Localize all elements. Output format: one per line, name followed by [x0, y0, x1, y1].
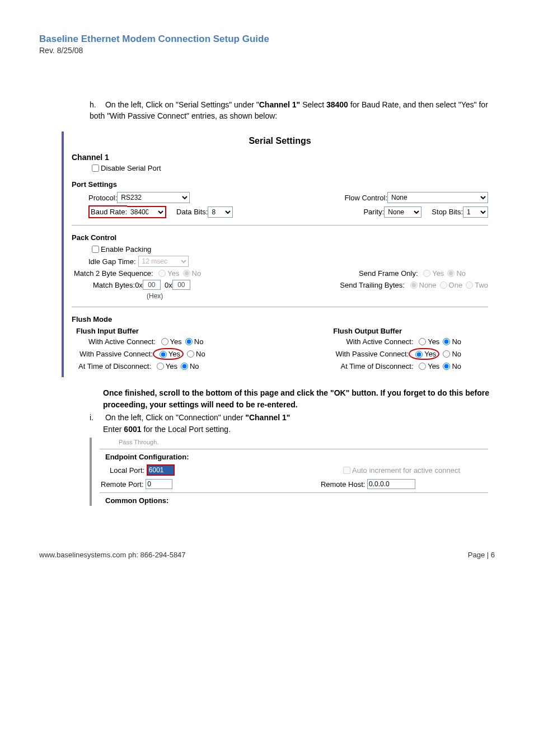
- instr-text2: Select: [300, 100, 326, 109]
- protocol-label: Protocol:: [88, 194, 117, 202]
- fob-disc-label: At Time of Disconnect:: [340, 362, 413, 370]
- fib-active-label: With Active Connect:: [88, 337, 156, 346]
- fob-disc-yes-radio[interactable]: [419, 363, 426, 370]
- match2byte-label: Match 2 Byte Sequence:: [74, 269, 153, 278]
- instr-bold2: 38400: [326, 100, 348, 109]
- finish-note: Once finished, scroll to the bottom of t…: [103, 388, 489, 409]
- stop-bits-select[interactable]: 1: [463, 206, 488, 218]
- match2byte-no-radio: [183, 270, 190, 277]
- flush-input-title: Flush Input Buffer: [76, 327, 139, 335]
- instr-i-letter: i.: [90, 412, 103, 424]
- fib-active-yes-label: Yes: [170, 337, 182, 346]
- fib-active-yes-radio[interactable]: [161, 338, 168, 345]
- fob-passive-no-label: No: [452, 350, 461, 358]
- flow-label: Flow Control:: [344, 194, 387, 202]
- channel-title: Channel 1: [72, 153, 488, 162]
- fob-active-no-label: No: [452, 337, 461, 346]
- footer-left: www.baselinesystems.com ph: 866-294-5847: [39, 551, 186, 559]
- instr-bold1: Channel 1": [259, 100, 301, 109]
- data-bits-label: Data Bits:: [176, 208, 208, 216]
- fib-disc-label: At Time of Disconnect:: [78, 362, 151, 370]
- data-bits-select[interactable]: 8: [208, 206, 233, 218]
- instr-i-text: On the left, Click on "Connection" under: [105, 413, 245, 422]
- parity-select[interactable]: None: [384, 206, 421, 218]
- enter-text1: Enter: [103, 425, 124, 434]
- fib-passive-no-radio[interactable]: [187, 350, 194, 358]
- match2byte-yes-radio: [158, 270, 166, 277]
- fob-active-label: With Active Connect:: [346, 337, 414, 346]
- fob-passive-yes-label: Yes: [424, 350, 436, 358]
- match-byte-2: [172, 280, 190, 290]
- fob-passive-label: With Passive Connect:: [335, 350, 409, 358]
- instr-letter: h.: [90, 100, 103, 111]
- flush-mode-title: Flush Mode: [72, 315, 488, 323]
- common-options-title: Common Options:: [105, 496, 168, 505]
- parity-label: Parity:: [363, 208, 384, 216]
- doc-title: Baseline Ethernet Modem Connection Setup…: [39, 34, 495, 45]
- enter-bold: 6001: [124, 425, 141, 434]
- baud-rate-select[interactable]: 38400: [127, 206, 166, 218]
- idle-gap-label: Idle Gap Time:: [88, 257, 136, 266]
- flush-output-title: Flush Output Buffer: [333, 327, 402, 335]
- fob-active-yes-radio[interactable]: [419, 338, 426, 345]
- fob-active-no-radio[interactable]: [443, 338, 450, 345]
- remote-host-input[interactable]: [367, 479, 415, 489]
- trail-one-label: One: [449, 281, 463, 289]
- enable-packing-label: Enable Packing: [101, 245, 151, 253]
- protocol-select[interactable]: RS232: [117, 192, 190, 203]
- match2byte-yes-label: Yes: [167, 269, 179, 278]
- serial-settings-panel: Serial Settings Channel 1 Disable Serial…: [62, 132, 495, 377]
- fib-disc-yes-radio[interactable]: [157, 363, 164, 370]
- hex-hint: (Hex): [72, 292, 488, 300]
- fob-passive-yes-radio[interactable]: [415, 351, 423, 358]
- send-frame-no-radio: [447, 270, 455, 277]
- remote-host-label: Remote Host:: [321, 480, 365, 489]
- trail-one-radio: [440, 281, 447, 289]
- instr-i-bold: "Channel 1": [245, 413, 290, 422]
- post-instructions: Once finished, scroll to the bottom of t…: [90, 387, 495, 435]
- enable-packing-checkbox[interactable]: [92, 246, 99, 253]
- trail-none-radio: [410, 281, 418, 289]
- flow-select[interactable]: None: [387, 192, 488, 203]
- fib-passive-yes-radio[interactable]: [160, 351, 167, 358]
- disable-serial-checkbox[interactable]: [92, 165, 99, 172]
- fib-disc-no-label: No: [190, 362, 199, 370]
- auto-increment-label: Auto increment for active connect: [352, 466, 460, 475]
- fib-passive-yes-label: Yes: [168, 350, 180, 358]
- fob-disc-no-label: No: [452, 362, 461, 370]
- fib-active-no-radio[interactable]: [185, 338, 193, 345]
- fob-disc-no-radio[interactable]: [443, 363, 450, 370]
- idle-gap-select: 12 msec: [138, 256, 189, 267]
- match-byte-1: [143, 280, 161, 290]
- port-settings-title: Port Settings: [72, 180, 488, 189]
- fib-disc-yes-label: Yes: [166, 362, 177, 370]
- enter-text2: for the Local Port setting.: [142, 425, 231, 434]
- pass-through-fragment: Pass Through.: [119, 439, 488, 445]
- local-port-input[interactable]: [147, 464, 175, 476]
- match2byte-no-label: No: [192, 269, 202, 278]
- auto-increment-checkbox: [343, 467, 350, 474]
- pack-control-title: Pack Control: [72, 233, 488, 242]
- remote-port-label: Remote Port:: [101, 480, 144, 489]
- instruction-h: h. On the left, Click on "Serial Setting…: [90, 100, 495, 121]
- match-bytes-label: Match Bytes:: [93, 281, 135, 289]
- send-frame-yes-label: Yes: [432, 269, 444, 278]
- hex-0x-2: 0x: [165, 281, 172, 289]
- fib-disc-no-radio[interactable]: [181, 363, 188, 370]
- trail-none-label: None: [419, 281, 437, 289]
- fob-passive-no-radio[interactable]: [443, 350, 450, 358]
- serial-settings-title: Serial Settings: [72, 136, 488, 146]
- trail-two-label: Two: [475, 281, 488, 289]
- page-footer: www.baselinesystems.com ph: 866-294-5847…: [39, 551, 495, 559]
- send-frame-label: Send Frame Only:: [359, 269, 418, 278]
- fib-passive-no-label: No: [196, 350, 205, 358]
- stop-bits-label: Stop Bits:: [432, 208, 463, 216]
- instr-text: On the left, Click on "Serial Settings" …: [105, 100, 259, 109]
- remote-port-input[interactable]: [146, 479, 172, 489]
- hex-0x-1: 0x: [135, 281, 143, 289]
- trail-two-radio: [466, 281, 473, 289]
- doc-rev: Rev. 8/25/08: [39, 46, 495, 55]
- endpoint-panel: Pass Through. Endpoint Configuration: Lo…: [90, 438, 495, 506]
- footer-right: Page | 6: [468, 551, 495, 559]
- baud-rate-label: Baud Rate:: [88, 205, 127, 218]
